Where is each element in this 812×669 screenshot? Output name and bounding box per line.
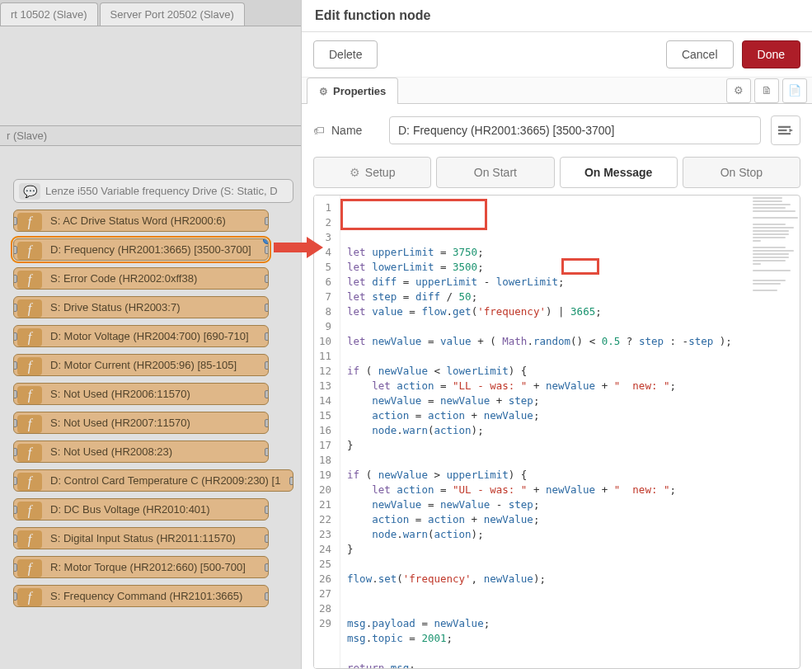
code-line[interactable]: action = action + newValue; — [347, 408, 793, 423]
node-port-in[interactable] — [13, 506, 17, 514]
function-icon: f — [17, 242, 42, 260]
code-line[interactable] — [347, 601, 793, 616]
node-port-out[interactable] — [289, 477, 293, 485]
function-node-label: D: Control Card Temperature C (HR2009:23… — [50, 474, 280, 487]
function-node[interactable]: fD: DC Bus Voltage (HR2010:401) — [13, 498, 269, 521]
node-port-in[interactable] — [13, 535, 17, 543]
node-port-in[interactable] — [13, 304, 17, 312]
node-port-in[interactable] — [13, 275, 17, 283]
name-label-text: Name — [331, 124, 362, 137]
function-node[interactable]: fS: Not Used (HR2008:23) — [13, 441, 269, 463]
code-line[interactable]: if ( newValue < lowerLimit) { — [347, 364, 793, 379]
function-node[interactable]: fD: Motor Current (HR2005:96) [85-105] — [13, 354, 269, 376]
delete-button[interactable]: Delete — [313, 40, 378, 68]
node-port-out[interactable] — [265, 217, 269, 225]
function-node[interactable]: fS: Not Used (HR2006:11570) — [13, 383, 269, 405]
node-port-in[interactable] — [13, 361, 17, 370]
code-line[interactable]: let diff = upperLimit - lowerLimit; — [347, 275, 793, 290]
panel-aux-button[interactable]: 📄 — [782, 78, 807, 103]
node-port-out[interactable] — [265, 535, 269, 543]
node-port-out[interactable] — [265, 275, 269, 283]
node-port-in[interactable] — [13, 390, 17, 398]
function-node[interactable]: fS: Not Used (HR2007:11570) — [13, 412, 269, 434]
code-line[interactable]: action = action + newValue; — [347, 512, 793, 527]
node-port-out[interactable] — [265, 304, 269, 312]
function-node[interactable]: fD: Motor Voltage (HR2004:700) [690-710] — [13, 325, 269, 347]
code-line[interactable] — [347, 587, 793, 601]
function-node-label: D: Motor Voltage (HR2004:700) [690-710] — [50, 330, 249, 342]
code-line[interactable]: } — [347, 542, 793, 557]
node-port-in[interactable] — [13, 217, 17, 225]
code-line[interactable]: let value = flow.get('frequency') | 3665… — [347, 304, 793, 319]
code-line[interactable]: node.warn(action); — [347, 527, 793, 542]
function-node[interactable]: fD: Control Card Temperature C (HR2009:2… — [13, 469, 293, 492]
code-line[interactable]: newValue = newValue + step; — [347, 393, 793, 408]
node-port-out[interactable] — [265, 390, 269, 398]
node-port-in[interactable] — [13, 246, 17, 254]
name-input[interactable] — [389, 116, 761, 144]
function-node[interactable]: fS: AC Drive Status Word (HR2000:6) — [13, 210, 269, 232]
code-line[interactable] — [347, 319, 793, 334]
code-line[interactable]: let newValue = value + ( Math.random() <… — [347, 334, 793, 349]
code-line[interactable] — [347, 453, 793, 468]
code-line[interactable]: msg.topic = 2001; — [347, 631, 793, 646]
code-line[interactable]: let action = "LL - was: " + newValue + "… — [347, 379, 793, 393]
node-port-in[interactable] — [13, 592, 17, 601]
tab-on-stop[interactable]: On Stop — [683, 157, 800, 188]
function-node-label: D: DC Bus Voltage (HR2010:401) — [50, 503, 210, 516]
tab-on-start[interactable]: On Start — [436, 157, 554, 188]
code-line[interactable] — [347, 557, 793, 572]
function-node[interactable]: fR: Motor Torque (HR2012:660) [500-700] — [13, 556, 269, 578]
function-node-label: S: Frequency Command (HR2101:3665) — [50, 590, 242, 602]
node-port-in[interactable] — [13, 563, 17, 572]
function-icon: f — [17, 299, 42, 318]
code-line[interactable]: let step = diff / 50; — [347, 290, 793, 304]
function-node[interactable]: fS: Error Code (HR2002:0xff38) — [13, 267, 269, 290]
flow-canvas[interactable]: rt 10502 (Slave) Server Port 20502 (Slav… — [0, 0, 301, 669]
flow-tab-1[interactable]: Server Port 20502 (Slave) — [100, 2, 245, 26]
code-line[interactable]: return msg; — [347, 661, 793, 669]
code-line[interactable]: newValue = newValue - step; — [347, 497, 793, 512]
code-editor[interactable]: 1234567891011121314151617181920212223242… — [313, 195, 800, 669]
comment-node[interactable]: 💬 Lenze i550 Variable frequency Drive (S… — [13, 179, 293, 203]
code-line[interactable] — [347, 349, 793, 364]
code-line[interactable]: let lowerLimit = 3500; — [347, 260, 793, 275]
env-button[interactable] — [771, 115, 800, 145]
gear-icon: ⚙ — [319, 86, 328, 97]
code-body[interactable]: let upperLimit = 3750;let lowerLimit = 3… — [340, 196, 800, 668]
tab-setup[interactable]: ⚙ Setup — [313, 157, 431, 188]
function-node[interactable]: fS: Drive Status (HR2003:7) — [13, 296, 269, 318]
flow-tab-0[interactable]: rt 10502 (Slave) — [0, 2, 98, 26]
code-line[interactable]: node.warn(action); — [347, 423, 793, 438]
tab-on-message[interactable]: On Message — [560, 157, 678, 188]
panel-settings-button[interactable]: ⚙ — [726, 78, 751, 103]
panel-docs-button[interactable]: 🗎 — [754, 78, 779, 103]
node-port-out[interactable] — [265, 246, 269, 254]
function-node[interactable]: fD: Frequency (HR2001:3665) [3500-3700] — [13, 238, 269, 261]
code-line[interactable]: let action = "UL - was: " + newValue + "… — [347, 483, 793, 497]
properties-tab[interactable]: ⚙ Properties — [307, 78, 398, 104]
node-port-out[interactable] — [265, 419, 269, 427]
code-line[interactable]: let upperLimit = 3750; — [347, 245, 793, 260]
node-port-in[interactable] — [13, 419, 17, 427]
name-row: 🏷 Name — [302, 104, 812, 157]
node-port-in[interactable] — [13, 448, 17, 456]
node-port-in[interactable] — [13, 332, 17, 341]
code-line[interactable] — [347, 646, 793, 661]
node-port-out[interactable] — [265, 506, 269, 514]
node-port-in[interactable] — [13, 477, 17, 485]
done-button[interactable]: Done — [742, 40, 800, 68]
code-line[interactable]: if ( newValue > upperLimit) { — [347, 468, 793, 483]
node-port-out[interactable] — [265, 448, 269, 456]
node-port-out[interactable] — [265, 592, 269, 601]
function-node[interactable]: fS: Frequency Command (HR2101:3665) — [13, 585, 269, 607]
code-line[interactable]: flow.set('frequency', newValue); — [347, 572, 793, 587]
function-node[interactable]: fS: Digital Input Status (HR2011:11570) — [13, 527, 269, 549]
cancel-button[interactable]: Cancel — [666, 40, 734, 68]
code-line[interactable]: } — [347, 438, 793, 453]
code-line[interactable]: msg.payload = newValue; — [347, 616, 793, 631]
node-port-out[interactable] — [265, 332, 269, 341]
code-gutter: 1234567891011121314151617181920212223242… — [314, 196, 340, 668]
node-port-out[interactable] — [265, 361, 269, 370]
node-port-out[interactable] — [265, 563, 269, 572]
